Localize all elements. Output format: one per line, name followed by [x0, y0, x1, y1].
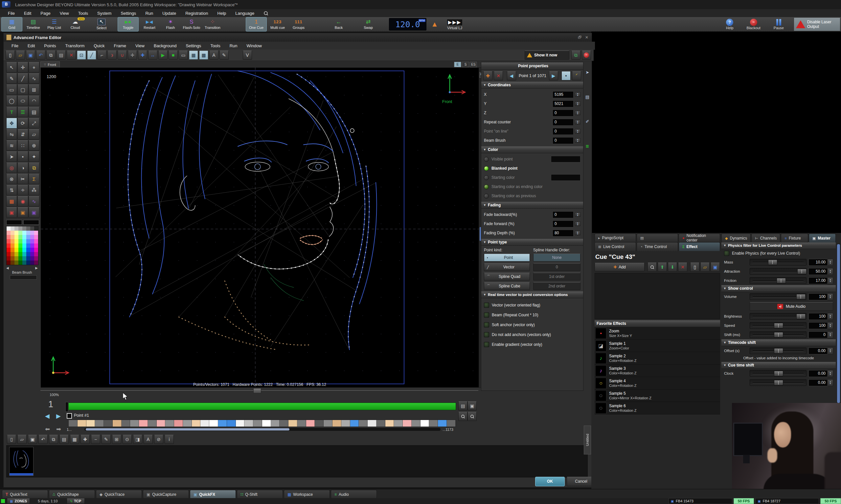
move-points-button[interactable]: ✛: [128, 51, 137, 60]
fixture-tab[interactable]: ≡Fixture: [781, 234, 808, 242]
favorite-effect-sample-5[interactable]: ◌Sample 5Color+Mirror X+Rotation Z: [595, 390, 720, 402]
coord-z-value[interactable]: 0: [552, 110, 573, 116]
coord-z-spinner[interactable]: ▲▼: [575, 111, 581, 115]
slider-thumb[interactable]: [774, 380, 783, 385]
distribute-tool-button[interactable]: ≋: [6, 140, 17, 151]
palette-swatch[interactable]: [34, 252, 38, 256]
one-cue-button[interactable]: 1One Cue: [246, 17, 267, 32]
canvas-zoom-slider[interactable]: [40, 388, 478, 393]
palette-swatch[interactable]: [15, 252, 18, 256]
slider-thumb[interactable]: [774, 323, 783, 328]
palette-swatch[interactable]: [22, 227, 26, 231]
vector-mode-button[interactable]: ╱: [87, 51, 96, 60]
brightness-spinner[interactable]: ▲▼: [827, 313, 833, 320]
palette-swatch[interactable]: [18, 256, 22, 260]
letters-button[interactable]: A: [209, 51, 219, 60]
right-panel-scrollbar[interactable]: [837, 244, 840, 404]
skew-tool-button[interactable]: ▱: [29, 129, 39, 140]
palette-swatch[interactable]: [18, 260, 22, 265]
pen-tool-button[interactable]: ✎: [6, 73, 17, 84]
afe-menu-points[interactable]: Points: [39, 42, 61, 49]
favorite-effect-sample-1[interactable]: ◪Sample 1Zoom+Color: [595, 340, 720, 352]
coord-y-value[interactable]: 5021: [552, 101, 573, 107]
align-tool-button[interactable]: ∷: [17, 140, 28, 151]
palette-swatch[interactable]: [15, 239, 18, 244]
palette-swatch[interactable]: [26, 256, 30, 260]
save-effect-button[interactable]: ▣: [710, 263, 720, 272]
menu-item-tools[interactable]: Tools: [73, 10, 93, 17]
spline-order-2nd-order[interactable]: 2nd order: [533, 282, 581, 290]
select-tool-button[interactable]: ↖: [6, 62, 17, 73]
palette-swatch[interactable]: [26, 244, 30, 248]
blend-tool-button[interactable]: ◑: [17, 162, 28, 173]
attraction-value[interactable]: 50.00: [808, 268, 827, 275]
effect-tab[interactable]: ΣEffect: [679, 242, 720, 251]
untitled-tab[interactable]: Untitled: [584, 426, 591, 454]
afe-menu-transform[interactable]: Transform: [61, 42, 89, 49]
lines-tool-button[interactable]: ☰: [17, 107, 28, 118]
menu-item-view[interactable]: View: [55, 10, 73, 17]
enable-physics-checkbox[interactable]: [724, 251, 729, 256]
search-effect-button[interactable]: [648, 263, 657, 272]
palette-swatch[interactable]: [18, 231, 22, 235]
spline-order-0[interactable]: 0: [533, 263, 581, 271]
starting-color-swatch[interactable]: [551, 174, 581, 181]
palette-swatch[interactable]: [6, 235, 11, 239]
new-effect-button[interactable]: ▯: [690, 263, 699, 272]
scale-tool-button[interactable]: ⤢: [29, 118, 39, 129]
master-tab[interactable]: ▣Master: [809, 234, 836, 242]
add-frame-button[interactable]: ✚: [81, 435, 90, 444]
pen-frame-button[interactable]: ✎: [102, 435, 111, 444]
frame-list-area[interactable]: [6, 445, 588, 478]
extra-slider[interactable]: [750, 379, 807, 386]
palette-swatch[interactable]: [15, 244, 18, 248]
radio-blanked-point[interactable]: [484, 166, 489, 171]
palette-swatch[interactable]: [34, 244, 38, 248]
color-palette[interactable]: [6, 226, 38, 265]
clock-value[interactable]: 0.00: [808, 370, 827, 377]
palette-swatch[interactable]: [26, 227, 30, 231]
delete-button[interactable]: ✕: [67, 51, 76, 60]
circle-tool-button[interactable]: ◯: [6, 95, 17, 106]
mass-slider[interactable]: [750, 259, 807, 266]
save-button[interactable]: ▣: [26, 51, 35, 60]
notification-center-tab[interactable]: ●Notification center: [679, 234, 720, 242]
delete-effect-button[interactable]: ✕: [678, 263, 687, 272]
mirror-v-tool-button[interactable]: ⇵: [17, 129, 28, 140]
live-control-tab[interactable]: ⊞Live Control: [595, 242, 636, 251]
palette-swatch[interactable]: [18, 239, 22, 244]
speed-spinner[interactable]: ▲▼: [827, 322, 833, 329]
grid-red-tool-button[interactable]: ▦: [6, 196, 17, 207]
palette-swatch[interactable]: [30, 227, 34, 231]
brightness-value[interactable]: 100: [808, 313, 827, 320]
palette-swatch[interactable]: [22, 260, 26, 265]
palette-swatch[interactable]: [26, 252, 30, 256]
checkbox-soft-anchor-vector-only[interactable]: [484, 322, 489, 327]
stop-button[interactable]: ■: [169, 51, 178, 60]
radio-starting-color-as-previous[interactable]: [484, 194, 489, 199]
delete-point-button[interactable]: ✕: [494, 71, 503, 80]
coord-x-spinner[interactable]: ▲▼: [575, 92, 581, 97]
palette-swatch[interactable]: [34, 231, 38, 235]
toggle-button[interactable]: ▶■Toggle: [118, 17, 139, 32]
lock-frame-button[interactable]: ⊘: [154, 435, 163, 444]
slider-thumb[interactable]: [774, 348, 783, 354]
extra-value[interactable]: 0.00: [808, 379, 827, 386]
offset-s-spinner[interactable]: ▲▼: [827, 347, 833, 354]
afe-menu-file[interactable]: File: [7, 42, 23, 49]
tab-quickfx[interactable]: ▣QuickFX: [190, 490, 236, 499]
menu-item-help[interactable]: Help: [213, 10, 231, 17]
fading-fading-depth-value[interactable]: 80: [552, 230, 573, 237]
radio-starting-color-as-ending-color[interactable]: [484, 184, 489, 189]
ok-button[interactable]: OK: [535, 477, 565, 486]
page-next-icon[interactable]: ➡: [56, 426, 61, 433]
volume-slider[interactable]: [750, 293, 807, 300]
palette-swatch[interactable]: [15, 248, 18, 252]
play-list-button[interactable]: ☰Play List: [44, 17, 64, 31]
palette-swatch[interactable]: [22, 252, 26, 256]
tcp-button[interactable]: ϟ TCP: [67, 499, 85, 504]
point-kind-spline-quad[interactable]: ⌒Spline Quad: [484, 273, 530, 281]
palette-swatch[interactable]: [26, 235, 30, 239]
pin-panel-icon[interactable]: ➤: [586, 70, 589, 75]
layers-button[interactable]: ⧉: [571, 51, 581, 60]
